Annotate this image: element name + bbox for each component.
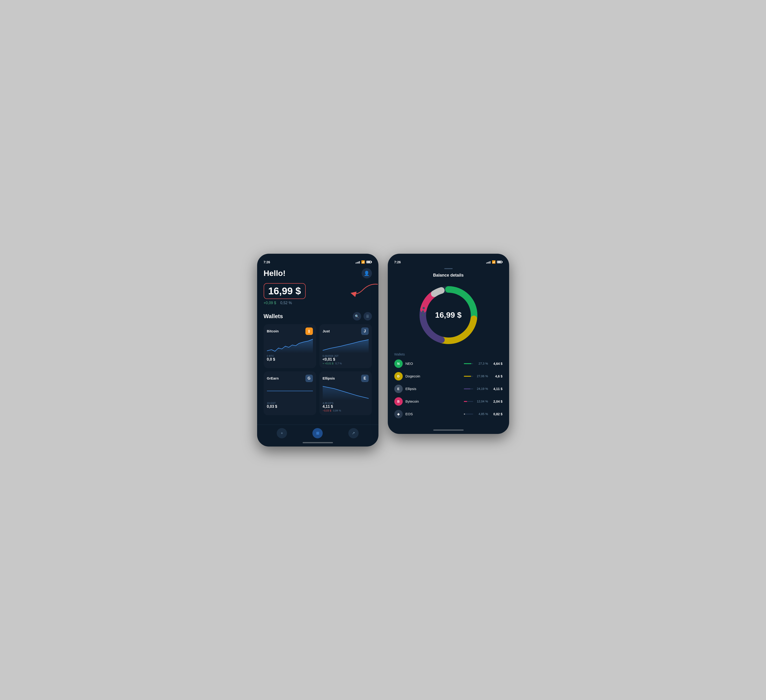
status-time-1: 7:26 xyxy=(264,260,270,264)
greeting: Hello! xyxy=(264,269,286,278)
dogecoin-bar-fill xyxy=(464,376,471,377)
grearn-balance-label: 19 GST xyxy=(267,402,313,404)
search-button[interactable]: 🔍 xyxy=(353,312,361,320)
ellipsis-change-row: −0,03 $ 0,84 % xyxy=(323,409,369,412)
wallet-card-just[interactable]: Just J xyxy=(320,324,372,368)
home-indicator xyxy=(302,442,333,443)
wallet-list-name-neo: NEO xyxy=(405,361,461,366)
bitcoin-balance-label: 0 BTC xyxy=(267,355,313,357)
wallets-title: Wallets xyxy=(264,313,283,320)
bytecoin-pct: 12,04 % xyxy=(476,400,488,403)
chart-bitcoin xyxy=(267,337,313,353)
wallet-list-icon-bytecoin: B xyxy=(394,397,403,405)
just-change-dollar: + <0,01 $ xyxy=(323,362,334,365)
wallet-card-grearn[interactable]: GrEarn G xyxy=(264,371,316,415)
wifi-icon-2: 📶 xyxy=(492,260,495,264)
wallet-name-just: Just xyxy=(323,329,330,333)
wallet-list-item-neo[interactable]: N NEO 27,3 % 4,64 $ xyxy=(394,360,503,368)
dogecoin-val: 4,6 $ xyxy=(491,374,503,378)
ellipsis-bar-fill xyxy=(464,388,470,389)
wallet-list-item-ellipsis[interactable]: E Ellipsis 24,19 % 4,11 $ xyxy=(394,385,503,393)
status-bar-2: 7:26 📶 xyxy=(388,258,509,266)
send-button[interactable]: ↗ xyxy=(348,428,359,438)
phone-screen-1: 7:26 📶 Hello! xyxy=(257,254,378,447)
dogecoin-bar-track xyxy=(464,376,473,377)
battery-icon-2 xyxy=(497,261,503,263)
status-icons-1: 📶 xyxy=(356,260,372,264)
wallet-list-item-dogecoin[interactable]: Ð Dogecoin 27,06 % 4,6 $ xyxy=(394,372,503,380)
wallet-list-item-eos[interactable]: ◈ EOS 4,85 % 0,82 $ xyxy=(394,410,503,418)
ellipsis-balance-value: 4,11 $ xyxy=(323,404,369,409)
change-pct: 0,52 % xyxy=(280,301,292,305)
bottom-nav: + ⊞ ↗ xyxy=(257,424,378,440)
just-change-row: + <0,01 $ 0,7 % xyxy=(323,362,369,365)
home-nav-button[interactable]: ⊞ xyxy=(312,428,323,438)
wallets-list-label: Wallets xyxy=(394,352,503,356)
dogecoin-pct: 27,06 % xyxy=(476,374,488,378)
balance-changes: +0,09 $ 0,52 % xyxy=(264,301,305,305)
wallet-name-grearn: GrEarn xyxy=(267,376,279,380)
wallet-list-item-bytecoin[interactable]: B Bytecoin 12,04 % 2,04 $ xyxy=(394,397,503,405)
eos-val: 0,82 $ xyxy=(491,412,503,416)
home-indicator-2 xyxy=(433,429,464,431)
wallet-icon-just: J xyxy=(361,328,369,335)
bitcoin-balance-value: 0,0 $ xyxy=(267,357,313,361)
bytecoin-val: 2,04 $ xyxy=(491,400,503,403)
donut-chart: 16,99 $ xyxy=(416,282,481,348)
wallets-section: Wallets 🔍 ☰ Bitcoin ₿ xyxy=(264,312,372,415)
balance-amount: 16,99 $ xyxy=(268,285,301,296)
status-icons-2: 📶 xyxy=(486,260,503,264)
eos-bar-fill xyxy=(464,413,465,415)
ellipsis-bar-track xyxy=(464,388,473,389)
wallet-icon-grearn: G xyxy=(305,375,313,382)
wallet-list-icon-ellipsis: E xyxy=(394,385,403,393)
bytecoin-bar-fill xyxy=(464,401,467,402)
chart-just xyxy=(323,337,369,353)
menu-button[interactable]: ☰ xyxy=(364,312,372,320)
wallet-list-icon-dogecoin: Ð xyxy=(394,372,403,380)
phone-screen-2: 7:26 📶 Balance details xyxy=(388,254,509,434)
ellipsis-val: 4,11 $ xyxy=(491,387,503,391)
bytecoin-bar-track xyxy=(464,401,473,402)
donut-balance: 16,99 $ xyxy=(435,310,462,319)
wallet-name-ellipsis: Ellipsis xyxy=(323,376,335,380)
ellipsis-balance-label: 4,89 EPS xyxy=(323,402,369,404)
wallet-list-icon-eos: ◈ xyxy=(394,410,403,418)
neo-pct: 27,3 % xyxy=(476,362,488,365)
battery-icon xyxy=(366,261,372,263)
grearn-balance-value: 0,03 $ xyxy=(267,404,313,409)
add-wallet-button[interactable]: + xyxy=(277,428,287,438)
arrow-annotation xyxy=(342,281,378,302)
wallet-name-bitcoin: Bitcoin xyxy=(267,329,279,333)
wallets-header: Wallets 🔍 ☰ xyxy=(264,312,372,320)
neo-bar-fill xyxy=(464,363,471,364)
wallet-list-name-bytecoin: Bytecoin xyxy=(405,399,461,403)
eos-bar-track xyxy=(464,413,473,415)
wallet-list-name-dogecoin: Dogecoin xyxy=(405,374,461,378)
wallets-grid: Bitcoin ₿ xyxy=(264,324,372,415)
user-icon: 👤 xyxy=(364,271,370,276)
just-balance-value: <0,01 $ xyxy=(323,357,369,361)
just-balance-label: 0,002559 JST xyxy=(323,355,369,357)
wallet-card-bitcoin[interactable]: Bitcoin ₿ xyxy=(264,324,316,368)
donut-center: 16,99 $ xyxy=(435,310,462,320)
wallet-icon-bitcoin: ₿ xyxy=(305,328,313,335)
eos-pct: 4,85 % xyxy=(476,412,488,416)
arrow-up-right-icon: ↗ xyxy=(352,431,355,435)
wallet-card-ellipsis[interactable]: Ellipsis E xyxy=(320,371,372,415)
ellipsis-change-pct: 0,84 % xyxy=(333,409,341,412)
grid-icon: ⊞ xyxy=(316,431,319,435)
wifi-icon: 📶 xyxy=(361,260,365,264)
ellipsis-pct: 24,19 % xyxy=(476,387,488,391)
balance-details-title: Balance details xyxy=(394,273,503,278)
header-row: Hello! 👤 xyxy=(264,268,372,279)
status-time-2: 7:26 xyxy=(394,260,401,264)
chart-ellipsis xyxy=(323,384,369,400)
avatar-button[interactable]: 👤 xyxy=(362,268,372,279)
balance-box: 16,99 $ xyxy=(264,283,305,299)
status-bar-1: 7:26 📶 xyxy=(257,258,378,266)
wallet-list-name-eos: EOS xyxy=(405,412,461,416)
wallets-actions: 🔍 ☰ xyxy=(353,312,372,320)
ellipsis-change-dollar: −0,03 $ xyxy=(323,409,331,412)
just-change-pct: 0,7 % xyxy=(335,362,342,365)
